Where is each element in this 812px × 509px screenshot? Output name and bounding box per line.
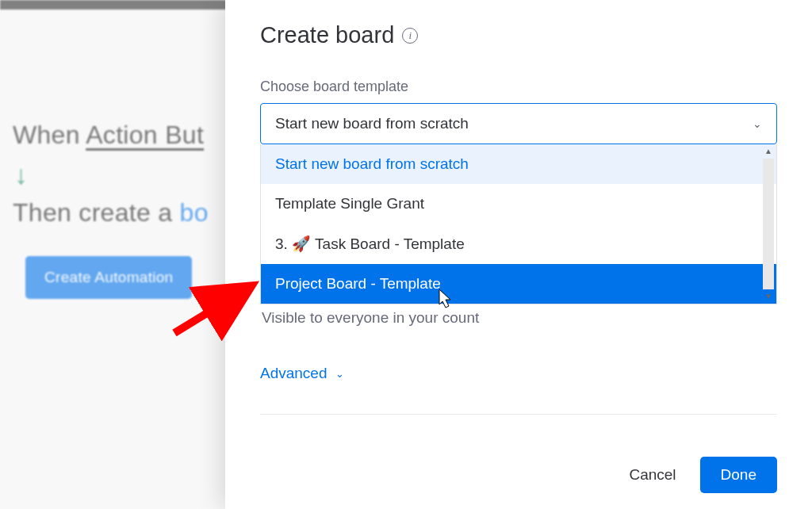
template-field-label: Choose board template	[260, 78, 777, 95]
dropdown-scrollbar[interactable]: ▲ ▼	[762, 146, 775, 302]
cancel-button[interactable]: Cancel	[622, 458, 682, 492]
modal-title: Create board	[260, 22, 394, 48]
visibility-description: Visible to everyone in your count	[260, 309, 777, 327]
dropdown-option-single-grant[interactable]: Template Single Grant	[261, 184, 776, 224]
recipe-then-text: Then create a	[13, 198, 180, 227]
advanced-label: Advanced	[260, 365, 327, 382]
chevron-down-icon: ⌄	[335, 368, 344, 380]
recipe-when-text: When	[13, 121, 86, 149]
divider	[260, 414, 777, 415]
recipe-trigger-link: Action But	[86, 121, 204, 149]
done-button[interactable]: Done	[700, 457, 777, 493]
scroll-track[interactable]	[763, 159, 774, 289]
template-select[interactable]: Start new board from scratch ⌄	[260, 103, 777, 144]
recipe-action-link: bo	[180, 198, 209, 227]
create-board-modal: Create board i Choose board template Sta…	[225, 0, 812, 509]
info-icon[interactable]: i	[402, 28, 418, 44]
dropdown-option-task-board[interactable]: 3. 🚀 Task Board - Template	[261, 224, 776, 264]
modal-footer: Cancel Done	[622, 457, 777, 493]
scroll-up-icon[interactable]: ▲	[763, 146, 774, 157]
dropdown-option-project-board[interactable]: Project Board - Template	[261, 264, 776, 304]
scroll-down-icon[interactable]: ▼	[763, 291, 774, 302]
chevron-down-icon: ⌄	[753, 117, 762, 130]
template-dropdown: Start new board from scratch Template Si…	[260, 144, 777, 304]
dropdown-option-scratch[interactable]: Start new board from scratch	[261, 144, 776, 184]
create-automation-button[interactable]: Create Automation	[25, 256, 192, 299]
modal-title-row: Create board i	[260, 22, 777, 48]
template-select-value: Start new board from scratch	[275, 115, 469, 132]
advanced-toggle[interactable]: Advanced ⌄	[260, 365, 344, 382]
